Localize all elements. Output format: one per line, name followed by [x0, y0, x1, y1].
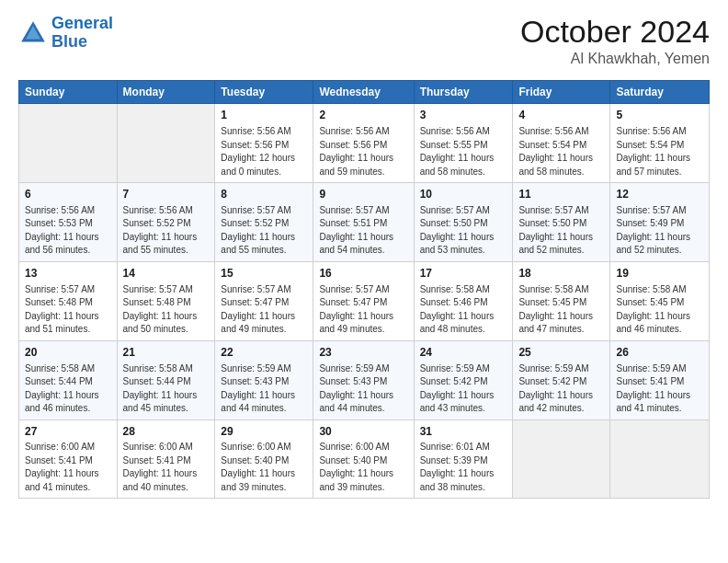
day-number: 22 — [221, 345, 307, 361]
day-number: 2 — [319, 108, 407, 123]
calendar-cell: 26Sunrise: 5:59 AM Sunset: 5:41 PM Dayli… — [610, 340, 710, 419]
day-number: 4 — [518, 108, 604, 123]
day-number: 24 — [420, 345, 507, 361]
calendar-cell: 18Sunrise: 5:58 AM Sunset: 5:45 PM Dayli… — [513, 261, 610, 340]
day-info: Sunrise: 5:59 AM Sunset: 5:41 PM Dayligh… — [616, 362, 703, 416]
day-number: 27 — [25, 424, 111, 440]
weekday-header: Wednesday — [313, 81, 414, 104]
weekday-header: Thursday — [414, 81, 513, 104]
day-info: Sunrise: 5:58 AM Sunset: 5:46 PM Dayligh… — [420, 283, 507, 337]
day-number: 15 — [221, 266, 307, 282]
title-block: October 2024 Al Khawkhah, Yemen — [520, 15, 710, 67]
day-info: Sunrise: 5:59 AM Sunset: 5:42 PM Dayligh… — [518, 362, 604, 416]
day-info: Sunrise: 5:59 AM Sunset: 5:42 PM Dayligh… — [420, 362, 507, 416]
day-info: Sunrise: 5:56 AM Sunset: 5:53 PM Dayligh… — [25, 204, 111, 258]
calendar-cell: 1Sunrise: 5:56 AM Sunset: 5:56 PM Daylig… — [215, 104, 313, 183]
calendar-table: SundayMondayTuesdayWednesdayThursdayFrid… — [18, 80, 710, 499]
calendar-cell: 2Sunrise: 5:56 AM Sunset: 5:56 PM Daylig… — [313, 104, 414, 183]
calendar-cell: 30Sunrise: 6:00 AM Sunset: 5:40 PM Dayli… — [313, 419, 414, 499]
calendar-cell: 8Sunrise: 5:57 AM Sunset: 5:52 PM Daylig… — [215, 183, 313, 262]
day-number: 17 — [420, 266, 507, 282]
day-number: 18 — [518, 266, 604, 282]
calendar-week-row: 6Sunrise: 5:56 AM Sunset: 5:53 PM Daylig… — [19, 183, 710, 262]
day-number: 28 — [123, 424, 210, 440]
day-number: 21 — [123, 345, 210, 361]
day-info: Sunrise: 5:57 AM Sunset: 5:48 PM Dayligh… — [25, 283, 111, 337]
day-info: Sunrise: 5:58 AM Sunset: 5:44 PM Dayligh… — [25, 362, 111, 416]
day-number: 5 — [616, 108, 703, 123]
logo-general: General — [51, 14, 113, 32]
calendar-cell: 15Sunrise: 5:57 AM Sunset: 5:47 PM Dayli… — [215, 261, 313, 340]
calendar-week-row: 27Sunrise: 6:00 AM Sunset: 5:41 PM Dayli… — [19, 419, 710, 499]
calendar-cell — [513, 419, 610, 499]
day-info: Sunrise: 5:57 AM Sunset: 5:49 PM Dayligh… — [616, 204, 703, 258]
calendar-cell: 16Sunrise: 5:57 AM Sunset: 5:47 PM Dayli… — [313, 261, 414, 340]
calendar-cell — [610, 419, 710, 499]
day-number: 11 — [518, 187, 604, 202]
day-info: Sunrise: 5:56 AM Sunset: 5:56 PM Dayligh… — [319, 125, 407, 178]
day-number: 13 — [25, 266, 111, 282]
day-number: 25 — [518, 345, 604, 361]
calendar-cell — [19, 104, 118, 183]
day-info: Sunrise: 5:59 AM Sunset: 5:43 PM Dayligh… — [221, 362, 307, 416]
day-info: Sunrise: 5:56 AM Sunset: 5:54 PM Dayligh… — [616, 125, 703, 178]
calendar-cell — [117, 104, 215, 183]
calendar-cell: 3Sunrise: 5:56 AM Sunset: 5:55 PM Daylig… — [414, 104, 513, 183]
day-number: 29 — [221, 424, 307, 440]
day-info: Sunrise: 5:58 AM Sunset: 5:44 PM Dayligh… — [123, 362, 210, 416]
day-info: Sunrise: 5:57 AM Sunset: 5:50 PM Dayligh… — [420, 204, 507, 258]
calendar-cell: 23Sunrise: 5:59 AM Sunset: 5:43 PM Dayli… — [313, 340, 414, 419]
weekday-header: Tuesday — [215, 81, 313, 104]
calendar-cell: 22Sunrise: 5:59 AM Sunset: 5:43 PM Dayli… — [215, 340, 313, 419]
calendar-cell: 19Sunrise: 5:58 AM Sunset: 5:45 PM Dayli… — [610, 261, 710, 340]
calendar-cell: 4Sunrise: 5:56 AM Sunset: 5:54 PM Daylig… — [513, 104, 610, 183]
calendar-cell: 29Sunrise: 6:00 AM Sunset: 5:40 PM Dayli… — [215, 419, 313, 499]
calendar-cell: 17Sunrise: 5:58 AM Sunset: 5:46 PM Dayli… — [414, 261, 513, 340]
day-info: Sunrise: 6:00 AM Sunset: 5:40 PM Dayligh… — [221, 441, 307, 494]
calendar-cell: 21Sunrise: 5:58 AM Sunset: 5:44 PM Dayli… — [117, 340, 215, 419]
calendar-cell: 10Sunrise: 5:57 AM Sunset: 5:50 PM Dayli… — [414, 183, 513, 262]
logo-icon — [18, 18, 48, 48]
day-number: 10 — [420, 187, 507, 202]
calendar-cell: 25Sunrise: 5:59 AM Sunset: 5:42 PM Dayli… — [513, 340, 610, 419]
calendar-cell: 24Sunrise: 5:59 AM Sunset: 5:42 PM Dayli… — [414, 340, 513, 419]
day-number: 14 — [123, 266, 210, 282]
logo: General Blue — [18, 15, 113, 52]
day-number: 23 — [319, 345, 407, 361]
calendar-cell: 14Sunrise: 5:57 AM Sunset: 5:48 PM Dayli… — [117, 261, 215, 340]
calendar-cell: 13Sunrise: 5:57 AM Sunset: 5:48 PM Dayli… — [19, 261, 118, 340]
calendar-cell: 28Sunrise: 6:00 AM Sunset: 5:41 PM Dayli… — [117, 419, 215, 499]
day-number: 12 — [616, 187, 703, 202]
day-number: 19 — [616, 266, 703, 282]
calendar-cell: 5Sunrise: 5:56 AM Sunset: 5:54 PM Daylig… — [610, 104, 710, 183]
day-number: 9 — [319, 187, 407, 202]
day-info: Sunrise: 5:58 AM Sunset: 5:45 PM Dayligh… — [616, 283, 703, 337]
day-number: 20 — [25, 345, 111, 361]
day-info: Sunrise: 5:57 AM Sunset: 5:47 PM Dayligh… — [221, 283, 307, 337]
weekday-header: Saturday — [610, 81, 710, 104]
calendar-week-row: 20Sunrise: 5:58 AM Sunset: 5:44 PM Dayli… — [19, 340, 710, 419]
day-number: 16 — [319, 266, 407, 282]
header: General Blue October 2024 Al Khawkhah, Y… — [18, 15, 710, 67]
day-info: Sunrise: 6:00 AM Sunset: 5:41 PM Dayligh… — [123, 441, 210, 494]
calendar-cell: 27Sunrise: 6:00 AM Sunset: 5:41 PM Dayli… — [19, 419, 118, 499]
day-info: Sunrise: 6:01 AM Sunset: 5:39 PM Dayligh… — [420, 441, 507, 494]
day-info: Sunrise: 6:00 AM Sunset: 5:41 PM Dayligh… — [25, 441, 111, 494]
day-number: 31 — [420, 424, 507, 440]
day-number: 3 — [420, 108, 507, 123]
page: General Blue October 2024 Al Khawkhah, Y… — [0, 0, 728, 513]
day-info: Sunrise: 6:00 AM Sunset: 5:40 PM Dayligh… — [319, 441, 407, 494]
day-number: 1 — [221, 108, 307, 123]
day-info: Sunrise: 5:57 AM Sunset: 5:47 PM Dayligh… — [319, 283, 407, 337]
day-info: Sunrise: 5:56 AM Sunset: 5:56 PM Dayligh… — [221, 125, 307, 178]
logo-text: General Blue — [51, 15, 113, 52]
calendar-week-row: 13Sunrise: 5:57 AM Sunset: 5:48 PM Dayli… — [19, 261, 710, 340]
day-info: Sunrise: 5:57 AM Sunset: 5:48 PM Dayligh… — [123, 283, 210, 337]
day-number: 7 — [123, 187, 210, 202]
weekday-header-row: SundayMondayTuesdayWednesdayThursdayFrid… — [19, 81, 710, 104]
day-info: Sunrise: 5:56 AM Sunset: 5:52 PM Dayligh… — [123, 204, 210, 258]
day-info: Sunrise: 5:56 AM Sunset: 5:54 PM Dayligh… — [518, 125, 604, 178]
weekday-header: Monday — [117, 81, 215, 104]
calendar-cell: 20Sunrise: 5:58 AM Sunset: 5:44 PM Dayli… — [19, 340, 118, 419]
day-number: 26 — [616, 345, 703, 361]
